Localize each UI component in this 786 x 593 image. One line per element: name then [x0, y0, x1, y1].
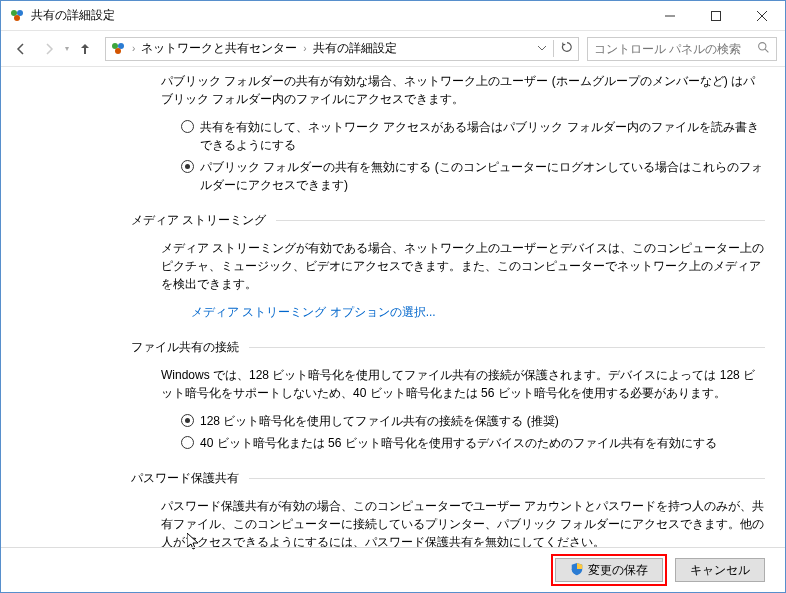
titlebar: 共有の詳細設定 — [1, 1, 785, 31]
password-protect-intro: パスワード保護共有が有効の場合、このコンピューターでユーザー アカウントとパスワ… — [161, 497, 765, 547]
file-sharing-options: 128 ビット暗号化を使用してファイル共有の接続を保護する (推奨) 40 ビッ… — [181, 412, 765, 452]
section-file-sharing-conn: ファイル共有の接続 — [131, 339, 765, 356]
svg-point-7 — [112, 43, 118, 49]
up-button[interactable] — [73, 37, 97, 61]
section-media-streaming: メディア ストリーミング — [131, 212, 765, 229]
maximize-button[interactable] — [693, 1, 739, 30]
chevron-icon: › — [303, 43, 306, 54]
media-streaming-link[interactable]: メディア ストリーミング オプションの選択... — [191, 305, 436, 319]
close-button[interactable] — [739, 1, 785, 30]
address-icon — [110, 41, 126, 57]
radio-public-disable-label: パブリック フォルダーの共有を無効にする (このコンピューターにログオンしている… — [200, 158, 765, 194]
back-button[interactable] — [9, 37, 33, 61]
window-controls — [647, 1, 785, 30]
content-area: パブリック フォルダーの共有が有効な場合、ネットワーク上のユーザー (ホームグル… — [1, 68, 785, 547]
cancel-button-label: キャンセル — [690, 562, 750, 579]
media-streaming-intro: メディア ストリーミングが有効である場合、ネットワーク上のユーザーとデバイスは、… — [161, 239, 765, 293]
breadcrumb-part2[interactable]: 共有の詳細設定 — [313, 40, 397, 57]
file-sharing-intro: Windows では、128 ビット暗号化を使用してファイル共有の接続が保護され… — [161, 366, 765, 402]
search-icon[interactable] — [757, 41, 770, 57]
footer: 変更の保存 キャンセル — [1, 547, 785, 592]
search-box[interactable] — [587, 37, 777, 61]
section-title-text: ファイル共有の接続 — [131, 339, 239, 356]
radio-public-disable[interactable] — [181, 160, 194, 173]
svg-point-0 — [11, 10, 17, 16]
radio-public-enable[interactable] — [181, 120, 194, 133]
refresh-button[interactable] — [553, 40, 574, 57]
radio-40-56bit-label: 40 ビット暗号化または 56 ビット暗号化を使用するデバイスのためのファイル共… — [200, 434, 717, 452]
breadcrumb[interactable]: › ネットワークと共有センター › 共有の詳細設定 — [132, 40, 397, 57]
save-button[interactable]: 変更の保存 — [555, 558, 663, 582]
svg-point-2 — [14, 15, 20, 21]
svg-line-11 — [765, 49, 768, 52]
chevron-icon: › — [132, 43, 135, 54]
address-bar[interactable]: › ネットワークと共有センター › 共有の詳細設定 — [105, 37, 579, 61]
svg-rect-4 — [712, 11, 721, 20]
save-button-highlight: 変更の保存 — [551, 554, 667, 586]
toolbar: ▾ › ネットワークと共有センター › 共有の詳細設定 — [1, 31, 785, 67]
section-title-text: メディア ストリーミング — [131, 212, 266, 229]
svg-point-8 — [118, 43, 124, 49]
radio-128bit[interactable] — [181, 414, 194, 427]
radio-40-56bit[interactable] — [181, 436, 194, 449]
history-dropdown[interactable]: ▾ — [65, 44, 69, 53]
public-folder-intro: パブリック フォルダーの共有が有効な場合、ネットワーク上のユーザー (ホームグル… — [161, 72, 765, 108]
forward-button[interactable] — [37, 37, 61, 61]
cancel-button[interactable]: キャンセル — [675, 558, 765, 582]
radio-public-enable-label: 共有を有効にして、ネットワーク アクセスがある場合はパブリック フォルダー内のフ… — [200, 118, 765, 154]
address-dropdown[interactable] — [537, 43, 547, 55]
section-password-protect: パスワード保護共有 — [131, 470, 765, 487]
app-icon — [9, 8, 25, 24]
minimize-button[interactable] — [647, 1, 693, 30]
save-button-label: 変更の保存 — [588, 562, 648, 579]
svg-point-9 — [115, 48, 121, 54]
search-input[interactable] — [594, 42, 757, 56]
svg-point-10 — [759, 42, 766, 49]
svg-point-1 — [17, 10, 23, 16]
radio-128bit-label: 128 ビット暗号化を使用してファイル共有の接続を保護する (推奨) — [200, 412, 559, 430]
breadcrumb-part1[interactable]: ネットワークと共有センター — [141, 40, 297, 57]
shield-icon — [570, 562, 584, 579]
window-title: 共有の詳細設定 — [31, 7, 115, 24]
section-title-text: パスワード保護共有 — [131, 470, 239, 487]
public-folder-options: 共有を有効にして、ネットワーク アクセスがある場合はパブリック フォルダー内のフ… — [181, 118, 765, 194]
